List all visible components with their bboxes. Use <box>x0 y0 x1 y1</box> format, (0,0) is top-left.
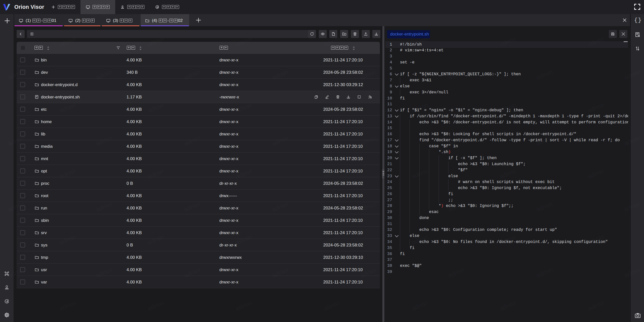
svg-text:admin: admin <box>146 299 165 312</box>
svg-text:admin: admin <box>323 299 341 312</box>
svg-text:admin: admin <box>58 299 77 312</box>
svg-text:admin: admin <box>234 299 253 312</box>
